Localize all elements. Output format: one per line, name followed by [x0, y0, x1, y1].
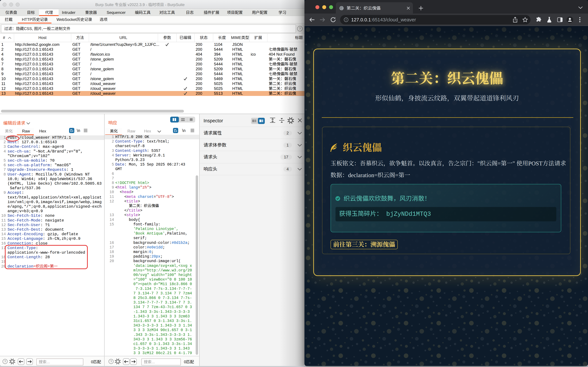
svg-text:?: ?	[299, 27, 301, 31]
svg-text:?: ?	[4, 360, 6, 363]
svg-text:?: ?	[110, 360, 112, 363]
